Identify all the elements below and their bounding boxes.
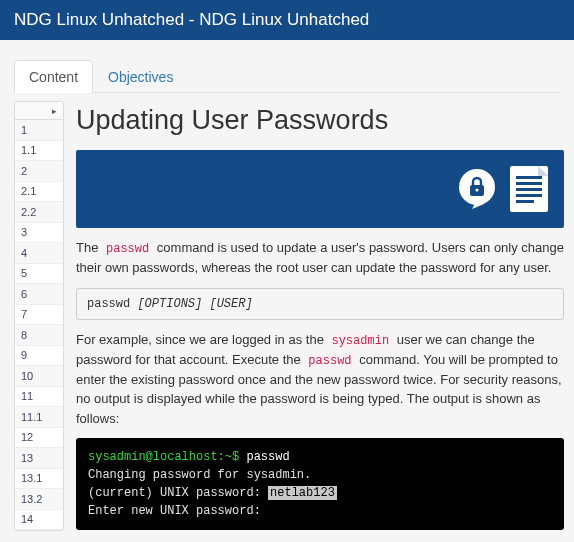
svg-point-2 [475, 188, 478, 191]
tab-objectives[interactable]: Objectives [93, 60, 188, 93]
toc-item[interactable]: 11.1 [15, 407, 63, 428]
paragraph-1: The passwd command is used to update a u… [76, 238, 564, 278]
toc-item[interactable]: 3 [15, 223, 63, 244]
toc-item[interactable]: 2.1 [15, 182, 63, 203]
syntax-box: passwd [OPTIONS] [USER] [76, 288, 564, 320]
code-passwd-2: passwd [304, 353, 355, 369]
svg-rect-7 [516, 194, 542, 197]
toc-item[interactable]: 12 [15, 428, 63, 449]
code-passwd: passwd [102, 241, 153, 257]
toc-item[interactable]: 5 [15, 264, 63, 285]
toc-item[interactable]: 2 [15, 161, 63, 182]
document-icon [508, 164, 550, 214]
toc-item[interactable]: 14 [15, 510, 63, 531]
toc-collapse-button[interactable]: ▸ [15, 102, 63, 120]
svg-rect-8 [516, 200, 534, 203]
toc-item[interactable]: 1.1 [15, 141, 63, 162]
content-panel: Updating User Passwords [76, 101, 564, 531]
toc-item[interactable]: 13 [15, 448, 63, 469]
tab-content[interactable]: Content [14, 60, 93, 93]
toc-item[interactable]: 11 [15, 387, 63, 408]
toc-item[interactable]: 9 [15, 346, 63, 367]
paragraph-2: For example, since we are logged in as t… [76, 330, 564, 429]
term-command: passwd [239, 450, 289, 464]
toc-sidebar: ▸ 1 1.1 2 2.1 2.2 3 4 5 6 7 8 9 10 11 11… [14, 101, 64, 531]
page-header: NDG Linux Unhatched - NDG Linux Unhatche… [0, 0, 574, 40]
term-line: (current) UNIX password: netlab123 [88, 484, 552, 502]
toc-item[interactable]: 6 [15, 284, 63, 305]
topic-banner [76, 150, 564, 228]
svg-rect-6 [516, 188, 542, 191]
toc-item[interactable]: 2.2 [15, 202, 63, 223]
code-sysadmin: sysadmin [327, 333, 393, 349]
header-title: NDG Linux Unhatched - NDG Linux Unhatche… [14, 10, 369, 29]
toc-item[interactable]: 15 [15, 530, 63, 531]
term-line: Changing password for sysadmin. [88, 466, 552, 484]
term-prompt: sysadmin@localhost:~$ [88, 450, 239, 464]
chevron-right-icon: ▸ [52, 106, 57, 116]
toc-item[interactable]: 13.1 [15, 469, 63, 490]
term-line: Enter new UNIX password: [88, 502, 552, 520]
lock-speech-icon [454, 166, 500, 212]
terminal-output: sysadmin@localhost:~$ passwd Changing pa… [76, 438, 564, 530]
term-highlight: netlab123 [268, 486, 337, 500]
toc-item[interactable]: 10 [15, 366, 63, 387]
toc-item[interactable]: 7 [15, 305, 63, 326]
svg-rect-5 [516, 182, 542, 185]
toc-item[interactable]: 8 [15, 325, 63, 346]
svg-rect-4 [516, 176, 542, 179]
tabs: Content Objectives [14, 60, 560, 93]
toc-item[interactable]: 4 [15, 243, 63, 264]
page-title: Updating User Passwords [76, 105, 564, 136]
toc-item[interactable]: 13.2 [15, 489, 63, 510]
toc-item[interactable]: 1 [15, 120, 63, 141]
